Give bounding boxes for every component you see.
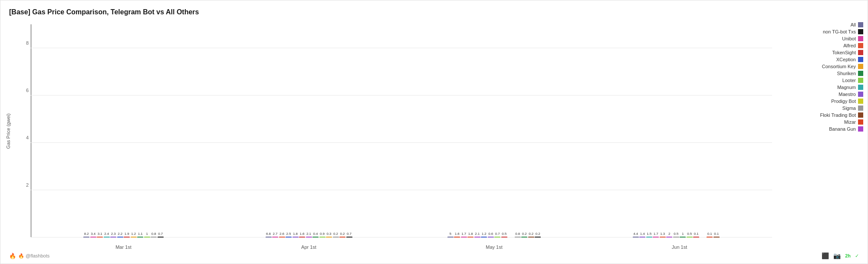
bar bbox=[501, 237, 507, 238]
bar-wrap: 1.7 bbox=[461, 232, 467, 238]
bar-group: 4.41.41.51.71.320.510.50.10.10.1Jun 1st bbox=[587, 232, 772, 238]
legend-item: Alfred bbox=[820, 43, 863, 48]
legend-color-swatch bbox=[858, 92, 863, 97]
bar-wrap: 0.1 bbox=[707, 232, 713, 238]
legend-item: Magnum bbox=[820, 85, 863, 90]
legend-item: Consortium Key bbox=[820, 64, 863, 69]
bar bbox=[137, 237, 143, 238]
legend-color-swatch bbox=[858, 106, 863, 111]
y-axis-label: Gas Price (gwei) bbox=[6, 113, 11, 148]
bar bbox=[521, 237, 527, 238]
bar bbox=[673, 237, 679, 238]
bar-wrap: 1.9 bbox=[124, 232, 130, 238]
bar bbox=[158, 237, 164, 238]
bar-value-label: 8.2 bbox=[84, 232, 89, 236]
bar-value-label: 1.6 bbox=[299, 232, 304, 236]
chart-area: 24688.23.43.12.42.32.21.91.21.110.80.7Ma… bbox=[31, 24, 772, 238]
bar-value-label: 1.9 bbox=[125, 232, 129, 236]
bar-value-label: 0.1 bbox=[714, 232, 719, 236]
bar-wrap: 4.4 bbox=[633, 232, 639, 238]
bar bbox=[131, 237, 137, 238]
bar bbox=[693, 237, 699, 238]
footer-right: ⬛ 📷 2h ✓ bbox=[822, 252, 859, 259]
bar bbox=[461, 237, 467, 238]
bar-wrap: 0.3 bbox=[326, 232, 332, 238]
bar bbox=[279, 237, 285, 238]
bar-value-label: 5 bbox=[450, 232, 451, 236]
bar-wrap: 3.1 bbox=[97, 232, 103, 238]
bar-wrap: 1.2 bbox=[481, 232, 487, 238]
bar-wrap: 0.5 bbox=[501, 232, 507, 238]
bar-wrap: 5 bbox=[447, 232, 454, 238]
bar-wrap: 1 bbox=[144, 232, 150, 238]
bar-value-label: 1.7 bbox=[461, 232, 466, 236]
bar bbox=[151, 237, 157, 238]
bar-wrap: 0.9 bbox=[319, 232, 326, 238]
bar-value-label: 1.8 bbox=[293, 232, 298, 236]
bar-group: 8.23.43.12.42.32.21.91.21.110.80.7Mar 1s… bbox=[31, 232, 216, 238]
legend-item: Looter bbox=[820, 78, 863, 83]
bar-wrap: 0.2 bbox=[339, 232, 345, 238]
bar bbox=[639, 237, 645, 238]
bar-wrap: 1 bbox=[680, 232, 686, 238]
bar-wrap: 0.7 bbox=[158, 232, 164, 238]
bar bbox=[319, 237, 326, 238]
legend-color-swatch bbox=[858, 119, 863, 125]
y-tick-label: 2 bbox=[26, 182, 29, 188]
bar-value-label: 2.5 bbox=[286, 232, 291, 236]
bar-value-label: 1 bbox=[146, 232, 148, 236]
bar-wrap: 2.1 bbox=[306, 232, 312, 238]
legend-color-swatch bbox=[858, 64, 863, 69]
bar-value-label: 0.2 bbox=[340, 232, 345, 236]
legend-item: Unibot bbox=[820, 36, 863, 41]
bar bbox=[467, 237, 473, 238]
bar-value-label: 1.8 bbox=[468, 232, 473, 236]
legend-color-swatch bbox=[858, 71, 863, 76]
bar bbox=[481, 237, 487, 238]
share-icon[interactable]: ⬛ bbox=[822, 252, 829, 259]
bar-wrap: 2.5 bbox=[286, 232, 292, 238]
legend-color-swatch bbox=[858, 22, 863, 27]
bar-value-label: 2.2 bbox=[118, 232, 122, 236]
bar-value-label: 2.7 bbox=[273, 232, 277, 236]
bar bbox=[474, 237, 480, 238]
bar-group: 6.82.72.62.51.81.62.10.40.90.30.20.20.7A… bbox=[216, 232, 401, 238]
bar-value-label: 0.1 bbox=[694, 232, 699, 236]
bar-value-label: 0.6 bbox=[488, 232, 493, 236]
bar-wrap: 0.7 bbox=[494, 232, 500, 238]
bar bbox=[306, 237, 312, 238]
bar bbox=[312, 237, 319, 238]
bar-wrap: 0.1 bbox=[693, 232, 699, 238]
bar-wrap: 0.1 bbox=[713, 232, 720, 238]
bar-wrap: 2.3 bbox=[110, 232, 116, 238]
bar-value-label: 0.8 bbox=[515, 232, 520, 236]
bar-value-label: 0.4 bbox=[313, 232, 318, 236]
bar bbox=[83, 237, 89, 238]
chart-title: [Base] Gas Price Comparison, Telegram Bo… bbox=[9, 8, 199, 16]
bar bbox=[515, 237, 521, 238]
bar bbox=[286, 237, 292, 238]
check-icon: ✓ bbox=[855, 253, 859, 259]
bar-wrap: 0.8 bbox=[515, 232, 521, 238]
bar bbox=[454, 237, 460, 238]
bar-wrap: 1.8 bbox=[467, 232, 473, 238]
bar bbox=[535, 237, 541, 238]
bar-wrap: 2.7 bbox=[272, 232, 278, 238]
bar-value-label: 0.5 bbox=[687, 232, 692, 236]
bar-value-label: 1.3 bbox=[660, 232, 665, 236]
bar-group: 51.61.71.82.11.20.60.70.50.80.20.20.2May… bbox=[401, 232, 587, 238]
camera-icon[interactable]: 📷 bbox=[833, 252, 841, 259]
footer-left: 🔥 🔥 @flashbots bbox=[9, 253, 49, 259]
legend-item: Maestro bbox=[820, 92, 863, 97]
bar-wrap: 0.4 bbox=[312, 232, 319, 238]
bar-wrap: 0.2 bbox=[535, 232, 541, 238]
bar-wrap: 0.8 bbox=[151, 232, 157, 238]
legend-item: TokenSight bbox=[820, 50, 863, 55]
legend-color-swatch bbox=[858, 85, 863, 90]
bar-value-label: 2.1 bbox=[475, 232, 480, 236]
chart-container: [Base] Gas Price Comparison, Telegram Bo… bbox=[0, 0, 868, 264]
bar bbox=[646, 237, 652, 238]
bar-wrap: 1.7 bbox=[653, 232, 659, 238]
bar bbox=[110, 237, 116, 238]
bars-wrapper: 8.23.43.12.42.32.21.91.21.110.80.7Mar 1s… bbox=[31, 24, 772, 238]
